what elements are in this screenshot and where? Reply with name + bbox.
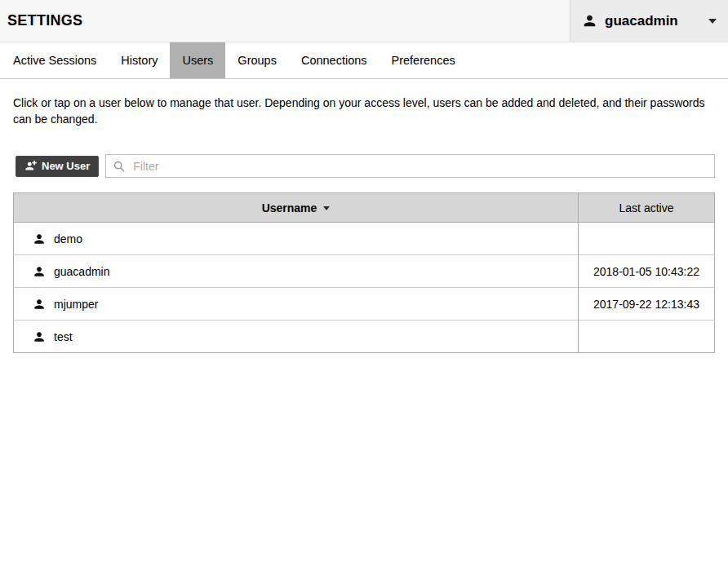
user-menu-username: guacadmin [605, 13, 678, 29]
users-description: Click or tap on a user below to manage t… [13, 95, 713, 127]
caret-down-icon [708, 19, 717, 24]
user-row-test[interactable]: test [14, 321, 715, 353]
user-row-guacadmin[interactable]: guacadmin 2018-01-05 10:43:22 [14, 255, 715, 288]
username-text: mjumper [54, 298, 98, 311]
users-table: Username Last active demo [13, 192, 715, 353]
last-active-text [579, 223, 715, 255]
last-active-text [579, 321, 715, 353]
user-icon [582, 13, 597, 29]
user-icon [33, 330, 46, 343]
column-header-last-active[interactable]: Last active [579, 193, 715, 223]
filter-box [105, 154, 715, 178]
new-user-button-label: New User [42, 160, 90, 172]
tab-users[interactable]: Users [170, 42, 225, 78]
search-icon [113, 160, 126, 173]
app-header: SETTINGS guacadmin [0, 0, 728, 42]
tab-connections[interactable]: Connections [289, 42, 380, 78]
column-header-username-label: Username [262, 201, 317, 214]
user-icon [33, 265, 46, 278]
person-plus-icon [24, 160, 37, 172]
username-text: demo [54, 232, 82, 245]
column-header-username[interactable]: Username [14, 193, 579, 223]
last-active-text: 2018-01-05 10:43:22 [579, 255, 715, 288]
user-row-mjumper[interactable]: mjumper 2017-09-22 12:13:43 [14, 288, 715, 321]
filter-input[interactable] [131, 159, 708, 174]
user-menu-button[interactable]: guacadmin [570, 0, 728, 42]
tab-history[interactable]: History [109, 42, 170, 78]
user-icon [33, 298, 46, 311]
username-text: guacadmin [54, 265, 110, 278]
last-active-text: 2017-09-22 12:13:43 [579, 288, 715, 321]
username-text: test [54, 330, 73, 343]
user-row-demo[interactable]: demo [14, 223, 715, 255]
page-title: SETTINGS [0, 12, 82, 29]
table-header-row: Username Last active [14, 193, 715, 223]
new-user-button[interactable]: New User [16, 156, 99, 177]
tab-preferences[interactable]: Preferences [380, 42, 468, 78]
action-row: New User [13, 154, 715, 178]
tab-active-sessions[interactable]: Active Sessions [1, 42, 109, 78]
settings-tab-bar: Active Sessions History Users Groups Con… [0, 42, 728, 79]
sort-descending-icon [323, 206, 330, 210]
tab-groups[interactable]: Groups [225, 42, 289, 78]
users-settings-panel: Click or tap on a user below to manage t… [0, 95, 728, 353]
user-icon [33, 232, 46, 245]
